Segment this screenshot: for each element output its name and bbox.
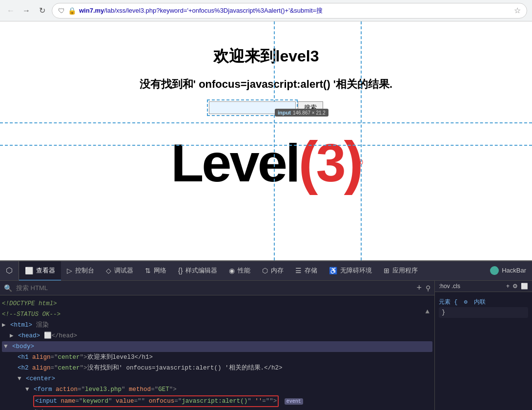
tree-line-body[interactable]: ▼ <body>	[2, 341, 432, 352]
devtools-tab-debugger[interactable]: ◇ 调试器	[100, 261, 139, 281]
tree-line-doctype: <!DOCTYPE html>	[2, 298, 432, 309]
expand-icon: ▶	[2, 322, 6, 329]
devtools-inspect-icon[interactable]: ⬡	[0, 261, 19, 281]
forward-button[interactable]: →	[20, 5, 32, 17]
tree-line-status: <!--STATUS OK-->	[2, 309, 432, 320]
expand-icon: ▶	[10, 332, 14, 339]
settings-icon[interactable]: ⚙	[512, 283, 518, 290]
expand-icon: ▼	[25, 386, 29, 393]
tree-line-h2[interactable]: <h2 align="center">没有找到和' onfocus=javasc…	[2, 363, 432, 373]
html-panel: 🔍 + ⚲ ▲ <!DOCTYPE html> <!--STATUS OK-->…	[0, 281, 434, 410]
logo-paren-left: (	[298, 129, 316, 196]
performance-label: 性能	[238, 266, 250, 275]
memory-label: 内存	[271, 266, 284, 275]
html-search-input[interactable]	[16, 284, 412, 292]
scroll-up-icon[interactable]: ▲	[426, 306, 430, 317]
expand-icon: ▼	[4, 343, 8, 350]
devtools-tab-console[interactable]: ▷ 控制台	[61, 261, 100, 281]
network-icon: ⇅	[145, 267, 151, 274]
debugger-label: 调试器	[114, 266, 133, 275]
element-label: 元素 { ⚙ 内联	[439, 298, 528, 306]
url-text: win7.my/lab/xss/level3.php?keyword='+onf…	[79, 6, 511, 15]
tree-line-head[interactable]: ▶ <head> ⬜</head>	[2, 331, 432, 341]
element-tooltip: input 146.867 × 21.2	[275, 109, 328, 117]
console-label: 控制台	[75, 266, 94, 275]
logo-number: 3	[316, 132, 344, 194]
page-subtitle: 没有找到和' onfocus=javascript:alert() '相关的结果…	[0, 77, 532, 92]
search-icon: 🔍	[4, 284, 12, 292]
debugger-icon: ◇	[106, 267, 111, 274]
logo-area: Level ( 3 ) ®	[0, 114, 532, 206]
tree-line-center[interactable]: ▼ <center>	[2, 373, 432, 384]
memory-icon: ⬡	[262, 267, 268, 274]
devtools-toolbar: ⬡ ⬜ 查看器 ▷ 控制台 ◇ 调试器 ⇅ 网络 {} 样式编辑器 ◉ 性能 ⬡…	[0, 261, 532, 281]
bookmark-icon[interactable]: ☆	[514, 6, 521, 15]
devtools-tab-performance[interactable]: ◉ 性能	[223, 261, 256, 281]
accessibility-label: 无障碍环境	[340, 266, 372, 275]
styles-content: 元素 { ⚙ 内联 }	[435, 292, 532, 322]
tooltip-dimensions: 146.867 × 21.2	[293, 110, 326, 116]
application-label: 应用程序	[392, 266, 418, 275]
level3-logo: Level ( 3 ) ®	[171, 129, 361, 196]
shield-icon: 🛡	[58, 7, 65, 15]
page-title: 欢迎来到level3	[0, 21, 532, 77]
tree-line-html[interactable]: ▶ <html> 渲染	[2, 320, 432, 331]
accessibility-icon: ♿	[329, 267, 337, 274]
logo-registered: ®	[357, 157, 361, 168]
style-editor-label: 样式编辑器	[185, 266, 217, 275]
devtools-tab-memory[interactable]: ⬡ 内存	[256, 261, 289, 281]
tree-line-backup: 备点	[2, 408, 432, 410]
tree-line-input-keyword[interactable]: <input name="keyword" value="" onfocus="…	[2, 395, 432, 408]
devtools-body: 🔍 + ⚲ ▲ <!DOCTYPE html> <!--STATUS OK-->…	[0, 281, 532, 410]
pick-element-icon[interactable]: ⚲	[426, 284, 430, 292]
devtools-tab-network[interactable]: ⇅ 网络	[139, 261, 172, 281]
devtools-tab-storage[interactable]: ☰ 存储	[289, 261, 323, 281]
browser-chrome: ← → ↻ 🛡 🔒 win7.my/lab/xss/level3.php?key…	[0, 0, 532, 21]
inspector-icon: ⬜	[25, 267, 33, 274]
url-domain: win7.my	[79, 7, 104, 14]
input-element-highlight: <input name="keyword" value="" onfocus="…	[33, 395, 279, 407]
devtools-panel: ⬡ ⬜ 查看器 ▷ 控制台 ◇ 调试器 ⇅ 网络 {} 样式编辑器 ◉ 性能 ⬡…	[0, 260, 532, 410]
settings-gear-icon[interactable]: ⚙	[464, 299, 468, 306]
inline-label: 内联	[474, 299, 486, 306]
url-path: /lab/xss/level3.php?keyword='+onfocus%3D…	[104, 7, 323, 14]
styles-panel: :hov .cls + ⚙ ⬜ 元素 { ⚙ 内联 }	[434, 281, 532, 410]
tooltip-tag: input	[278, 110, 291, 116]
styles-header: :hov .cls + ⚙ ⬜	[435, 281, 532, 292]
style-editor-icon: {}	[178, 267, 183, 274]
devtools-tab-accessibility[interactable]: ♿ 无障碍环境	[323, 261, 378, 281]
tree-line-h1[interactable]: <h1 align="center">欢迎来到level3</h1>	[2, 352, 432, 363]
expand-icon: ▼	[18, 375, 21, 382]
more-icon[interactable]: ⬜	[521, 283, 528, 290]
storage-label: 存储	[305, 266, 317, 275]
add-style-icon[interactable]: +	[506, 283, 510, 290]
html-search-bar: 🔍 + ⚲	[0, 281, 434, 295]
performance-icon: ◉	[229, 267, 235, 274]
event-badge[interactable]: event	[285, 398, 303, 405]
hackbar-icon	[490, 266, 499, 275]
page-content: 欢迎来到level3 没有找到和' onfocus=javascript:ale…	[0, 21, 532, 260]
devtools-tab-inspector[interactable]: ⬜ 查看器	[19, 261, 61, 281]
tree-line-form[interactable]: ▼ <form action="level3.php" method="GET"…	[2, 384, 432, 395]
html-tree: ▲ <!DOCTYPE html> <!--STATUS OK--> ▶ <ht…	[0, 295, 434, 410]
storage-icon: ☰	[295, 267, 302, 274]
back-button[interactable]: ←	[5, 5, 17, 17]
inspector-label: 查看器	[36, 266, 55, 275]
refresh-button[interactable]: ↻	[36, 5, 48, 17]
application-icon: ⊞	[384, 267, 389, 274]
devtools-tab-application[interactable]: ⊞ 应用程序	[378, 261, 424, 281]
add-element-icon[interactable]: +	[416, 283, 422, 293]
filter-label: :hov .cls	[439, 283, 460, 290]
search-form: 搜索	[0, 101, 532, 114]
devtools-tab-style-editor[interactable]: {} 样式编辑器	[172, 261, 223, 281]
hackbar-label: HackBar	[502, 267, 526, 274]
devtools-tab-hackbar[interactable]: HackBar	[484, 261, 532, 281]
console-icon: ▷	[67, 267, 72, 274]
lock-icon: 🔒	[68, 7, 76, 15]
network-label: 网络	[154, 266, 166, 275]
logo-text-level: Level	[171, 132, 298, 194]
style-block: }	[439, 307, 528, 318]
address-bar[interactable]: 🛡 🔒 win7.my/lab/xss/level3.php?keyword='…	[52, 3, 527, 19]
